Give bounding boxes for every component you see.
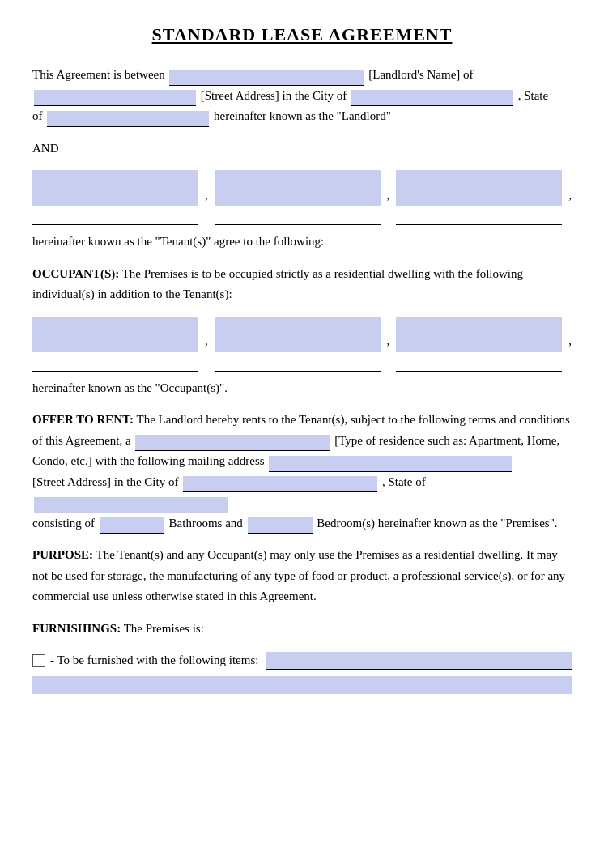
intro-text: This Agreement is between [32, 68, 165, 81]
tenant-field-3-bottom[interactable] [396, 209, 562, 225]
tenant-col-2 [215, 170, 381, 225]
occupant-col-1 [32, 317, 198, 372]
offer-label: OFFER TO RENT: [32, 413, 134, 426]
occupant-field-1-top[interactable] [32, 317, 198, 352]
tenant-col-3 [396, 170, 562, 225]
bathrooms-and: Bathrooms and [169, 517, 246, 530]
landlord-street-field[interactable] [34, 90, 196, 106]
of-label: of [32, 109, 45, 122]
occupant-fields: , , , [32, 317, 572, 372]
furnish-checkbox[interactable] [32, 654, 45, 667]
hereinafter-occupants: hereinafter known as the "Occupant(s)". [32, 381, 228, 394]
bathrooms-field[interactable] [100, 517, 164, 534]
state2-label: , State of [382, 475, 426, 488]
occupant-field-1-bottom[interactable] [32, 355, 198, 372]
tenant-field-2-bottom[interactable] [215, 209, 381, 225]
furnish-checkbox-row: - To be furnished with the following ite… [32, 650, 572, 671]
residence-type-field[interactable] [135, 435, 330, 451]
offer-state-field[interactable] [34, 497, 228, 513]
landlord-state-field[interactable] [47, 111, 209, 127]
furnish-extra-field[interactable] [32, 676, 572, 694]
occ-comma-3: , [568, 331, 572, 354]
hereinafter-tenants: hereinafter known as the "Tenant(s)" agr… [32, 235, 324, 248]
occupant-field-3-bottom[interactable] [396, 355, 562, 372]
purpose-text: The Tenant(s) and any Occupant(s) may on… [32, 548, 565, 602]
street-address-label: [Street Address] in the City of [201, 89, 350, 102]
comma-3: , [568, 185, 572, 208]
occupant-col-2 [215, 317, 381, 372]
comma-2: , [387, 185, 390, 208]
occupant-field-3-top[interactable] [396, 317, 562, 352]
occupants-label: OCCUPANT(S): [32, 267, 119, 280]
tenant-field-1-bottom[interactable] [32, 209, 198, 225]
page-title: STANDARD LEASE AGREEMENT [32, 24, 572, 45]
tenant-field-2-top[interactable] [215, 170, 381, 206]
occupant-field-2-top[interactable] [215, 317, 381, 352]
and-label: AND [32, 142, 59, 155]
comma-1: , [205, 185, 208, 208]
bedrooms-label: Bedroom(s) hereinafter known as the "Pre… [317, 517, 557, 530]
offer-city-field[interactable] [183, 476, 377, 492]
landlord-city-field[interactable] [351, 90, 513, 106]
tenant-col-1 [32, 170, 198, 225]
furnishings-text: The Premises is: [124, 622, 204, 635]
tenant-field-1-top[interactable] [32, 170, 198, 206]
occupant-field-2-bottom[interactable] [215, 355, 381, 372]
occ-comma-2: , [387, 331, 390, 354]
tenant-field-3-top[interactable] [396, 170, 562, 206]
city-label-2: [Street Address] in the City of [32, 475, 181, 488]
hereinafter-landlord: hereinafter known as the "Landlord" [214, 109, 391, 122]
occ-comma-1: , [205, 331, 208, 354]
consisting-of: consisting of [32, 517, 98, 530]
bedrooms-field[interactable] [248, 517, 313, 534]
state-label: , State [518, 89, 549, 102]
landlord-name-field[interactable] [169, 70, 364, 86]
furnish-items-field[interactable] [266, 652, 572, 670]
landlord-name-label: [Landlord's Name] of [368, 68, 473, 81]
tenant-fields-row1: , , , [32, 170, 572, 225]
mailing-address-field[interactable] [269, 456, 512, 472]
furnishings-label: FURNISHINGS: [32, 622, 121, 635]
to-be-furnished-label: - To be furnished with the following ite… [50, 650, 258, 671]
purpose-label: PURPOSE: [32, 548, 93, 561]
occupant-col-3 [396, 317, 562, 372]
